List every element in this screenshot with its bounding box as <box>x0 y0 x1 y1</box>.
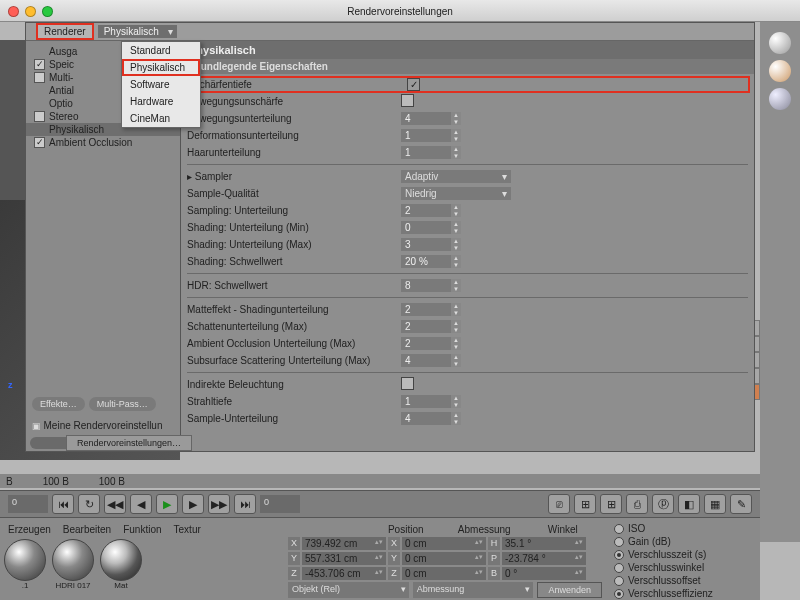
spinner-icon[interactable]: ▲▼ <box>451 337 461 350</box>
material-preview[interactable] <box>4 539 46 581</box>
coord-field[interactable]: 0 cm▴▾ <box>402 537 486 550</box>
goto-end-icon[interactable]: ⏭ <box>234 494 256 514</box>
renderer-option-standard[interactable]: Standard <box>122 42 200 59</box>
radio-icon[interactable] <box>614 550 624 560</box>
number-field[interactable]: 2▲▼ <box>401 337 461 350</box>
toolbar-icon[interactable]: ⊞ <box>600 494 622 514</box>
number-field[interactable]: 1▲▼ <box>401 146 461 159</box>
prev-frame-icon[interactable]: ◀ <box>130 494 152 514</box>
spinner-icon[interactable]: ▲▼ <box>451 146 461 159</box>
toolbar-icon[interactable]: ⎙ <box>626 494 648 514</box>
spinner-icon[interactable]: ▲▼ <box>451 395 461 408</box>
renderer-menu-button[interactable]: Renderer <box>36 23 94 40</box>
material-tab[interactable]: Erzeugen <box>8 524 51 535</box>
frame-end-field[interactable]: 0 <box>260 495 300 513</box>
toolbar-icon[interactable]: ⊞ <box>574 494 596 514</box>
spinner-icon[interactable]: ▲▼ <box>451 303 461 316</box>
radio-option[interactable]: Verschlusswinkel <box>614 561 756 574</box>
spinner-icon[interactable]: ▲▼ <box>451 320 461 333</box>
traffic-lights[interactable] <box>8 6 53 17</box>
coord-dim-dropdown[interactable]: Abmessung <box>413 582 534 598</box>
number-field[interactable]: 4▲▼ <box>401 354 461 367</box>
apply-button[interactable]: Anwenden <box>537 582 602 598</box>
dropdown-field[interactable]: Niedrig <box>401 187 511 200</box>
checkbox-icon[interactable] <box>34 137 45 148</box>
toolbar-icon[interactable]: ⓟ <box>652 494 674 514</box>
number-field[interactable]: 2▲▼ <box>401 303 461 316</box>
spinner-icon[interactable]: ▲▼ <box>451 129 461 142</box>
spinner-icon[interactable]: ▲▼ <box>451 279 461 292</box>
number-field[interactable]: 4▲▼ <box>401 412 461 425</box>
checkbox[interactable] <box>401 377 414 390</box>
effects-button[interactable]: Effekte… <box>32 397 85 411</box>
step-fwd-icon[interactable]: ▶▶ <box>208 494 230 514</box>
preset-name[interactable]: ▣ Meine Rendervoreinstellun <box>32 420 162 431</box>
number-field[interactable]: 2▲▼ <box>401 204 461 217</box>
checkbox-icon[interactable] <box>34 72 45 83</box>
toolbar-icon[interactable]: ▦ <box>704 494 726 514</box>
material-preview[interactable] <box>52 539 94 581</box>
coord-field[interactable]: -23.784 °▴▾ <box>502 552 586 565</box>
next-frame-icon[interactable]: ▶ <box>182 494 204 514</box>
checkbox[interactable] <box>401 94 414 107</box>
material-tab[interactable]: Textur <box>174 524 201 535</box>
number-field[interactable]: 4▲▼ <box>401 112 461 125</box>
renderer-dropdown[interactable]: Physikalisch <box>98 25 177 38</box>
toolbar-icon[interactable]: ✎ <box>730 494 752 514</box>
coord-field[interactable]: 739.492 cm▴▾ <box>302 537 386 550</box>
spinner-icon[interactable]: ▲▼ <box>451 255 461 268</box>
coord-field[interactable]: -453.706 cm▴▾ <box>302 567 386 580</box>
number-field[interactable]: 0▲▼ <box>401 221 461 234</box>
coord-field[interactable]: 557.331 cm▴▾ <box>302 552 386 565</box>
renderer-option-hardware[interactable]: Hardware <box>122 93 200 110</box>
number-field[interactable]: 8▲▼ <box>401 279 461 292</box>
spinner-icon[interactable]: ▲▼ <box>451 112 461 125</box>
coord-field[interactable]: 35.1 °▴▾ <box>502 537 586 550</box>
frame-start-field[interactable]: 0 <box>8 495 48 513</box>
tree-item[interactable]: Ambient Occlusion <box>26 136 180 149</box>
radio-option[interactable]: ISO <box>614 522 756 535</box>
spinner-icon[interactable]: ▲▼ <box>451 221 461 234</box>
coord-field[interactable]: 0 cm▴▾ <box>402 552 486 565</box>
radio-option[interactable]: Verschlussoffset <box>614 574 756 587</box>
spinner-icon[interactable]: ▲▼ <box>451 412 461 425</box>
coord-mode-dropdown[interactable]: Objekt (Rel) <box>288 582 409 598</box>
number-field[interactable]: 2▲▼ <box>401 320 461 333</box>
tool-sphere-icon[interactable] <box>769 88 791 110</box>
loop-icon[interactable]: ↻ <box>78 494 100 514</box>
checkbox-icon[interactable] <box>34 59 45 70</box>
number-field[interactable]: 20 %▲▼ <box>401 255 461 268</box>
timeline-ruler[interactable]: B 100 B 100 B <box>0 474 760 488</box>
checkbox-icon[interactable] <box>34 111 45 122</box>
radio-icon[interactable] <box>614 537 624 547</box>
material-tab[interactable]: Funktion <box>123 524 161 535</box>
render-settings-tab[interactable]: Rendervoreinstellungen… <box>66 435 192 451</box>
toolbar-icon[interactable]: ◧ <box>678 494 700 514</box>
radio-icon[interactable] <box>614 524 624 534</box>
renderer-option-physikalisch[interactable]: Physikalisch <box>122 59 200 76</box>
renderer-option-cineman[interactable]: CineMan <box>122 110 200 127</box>
coord-field[interactable]: 0 cm▴▾ <box>402 567 486 580</box>
radio-option[interactable]: Verschlusszeit (s) <box>614 548 756 561</box>
step-back-icon[interactable]: ◀◀ <box>104 494 126 514</box>
tool-sphere-icon[interactable] <box>769 60 791 82</box>
spinner-icon[interactable]: ▲▼ <box>451 354 461 367</box>
radio-option[interactable]: Gain (dB) <box>614 535 756 548</box>
goto-start-icon[interactable]: ⏮ <box>52 494 74 514</box>
number-field[interactable]: 1▲▼ <box>401 395 461 408</box>
tool-sphere-icon[interactable] <box>769 32 791 54</box>
toolbar-icon[interactable]: ⎚ <box>548 494 570 514</box>
radio-option[interactable]: Verschlusseffizienz <box>614 587 756 600</box>
coord-field[interactable]: 0 °▴▾ <box>502 567 586 580</box>
renderer-option-software[interactable]: Software <box>122 76 200 93</box>
material-tab[interactable]: Bearbeiten <box>63 524 111 535</box>
checkbox[interactable] <box>407 78 420 91</box>
dropdown-field[interactable]: Adaptiv <box>401 170 511 183</box>
radio-icon[interactable] <box>614 563 624 573</box>
material-preview[interactable] <box>100 539 142 581</box>
multipass-button[interactable]: Multi-Pass… <box>89 397 156 411</box>
radio-icon[interactable] <box>614 589 624 599</box>
number-field[interactable]: 3▲▼ <box>401 238 461 251</box>
number-field[interactable]: 1▲▼ <box>401 129 461 142</box>
radio-icon[interactable] <box>614 576 624 586</box>
